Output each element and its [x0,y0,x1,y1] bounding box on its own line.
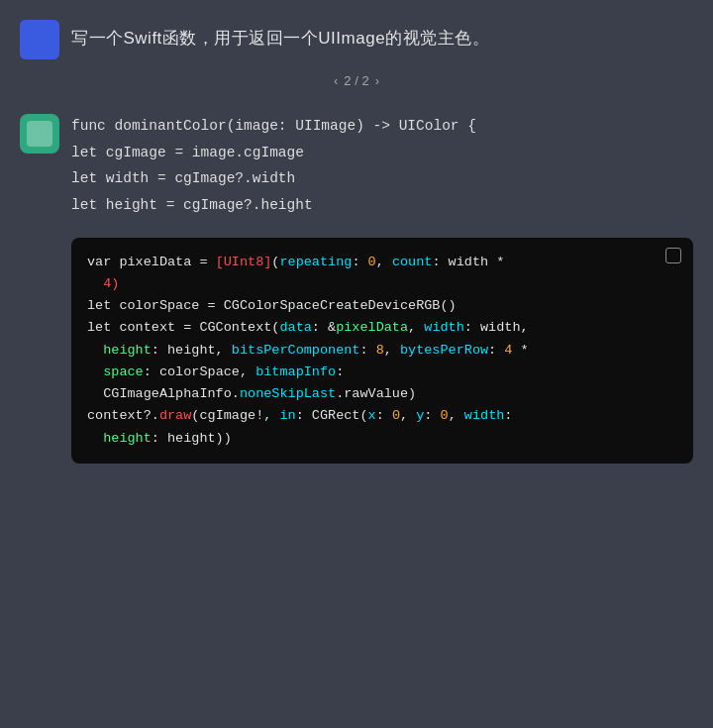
code-line-2: let colorSpace = CGColorSpaceCreateDevic… [87,295,677,317]
prose-line-1: func dominantColor(image: UIImage) -> UI… [71,114,693,139]
prose-line-4: let height = cgImage?.height [71,193,693,218]
pagination-label: 2 / 2 [344,73,368,88]
code-line-6: CGImageAlphaInfo.noneSkipLast.rawValue) [87,383,677,405]
user-avatar [20,20,59,59]
code-line-9: height: height)) [87,428,677,450]
ai-code-prose: func dominantColor(image: UIImage) -> UI… [71,114,693,220]
code-line-4: height: height, bitsPerComponent: 8, byt… [87,340,677,362]
code-line-1: var pixelData = [UInt8](repeating: 0, co… [87,252,677,273]
pagination-row: ‹ 2 / 2 › [0,69,713,104]
code-line-3: let context = CGContext(data: &pixelData… [87,317,677,339]
ai-avatar [20,114,59,154]
prose-line-3: let width = cgImage?.width [71,166,693,191]
code-line-1b: 4) [87,273,677,295]
code-block: var pixelData = [UInt8](repeating: 0, co… [71,238,693,464]
pagination-prev-chevron[interactable]: ‹ [334,73,338,88]
pagination-next-chevron[interactable]: › [375,73,379,88]
prose-line-2: let cgImage = image.cgImage [71,141,693,165]
code-line-8: context?.draw(cgImage!, in: CGRect(x: 0,… [87,405,677,427]
ai-response-area: func dominantColor(image: UIImage) -> UI… [0,104,713,230]
code-line-5: space: colorSpace, bitmapInfo: [87,362,677,383]
copy-icon[interactable] [665,248,681,263]
user-message-text: 写一个Swift函数，用于返回一个UIImage的视觉主色。 [71,20,489,52]
ai-avatar-inner [27,121,52,147]
app-container: 写一个Swift函数，用于返回一个UIImage的视觉主色。 ‹ 2 / 2 ›… [0,0,713,728]
user-message-area: 写一个Swift函数，用于返回一个UIImage的视觉主色。 [0,0,713,69]
